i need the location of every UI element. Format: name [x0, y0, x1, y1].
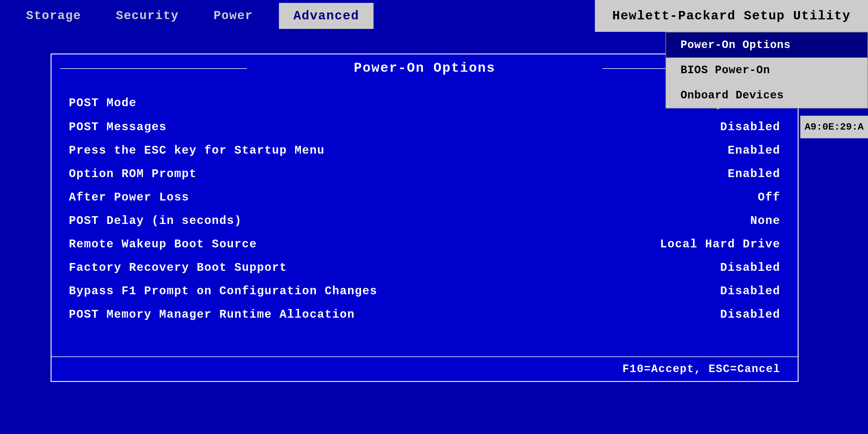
setting-value-3: Enabled [728, 167, 780, 181]
setting-label-6: Remote Wakeup Boot Source [69, 238, 257, 251]
setting-value-2: Enabled [728, 144, 780, 157]
menu-item-security[interactable]: Security [107, 3, 187, 29]
dialog-footer: F10=Accept, ESC=Cancel [52, 356, 798, 381]
setting-row-7[interactable]: Factory Recovery Boot SupportDisabled [69, 256, 780, 279]
menu-item-storage[interactable]: Storage [18, 3, 90, 29]
setting-label-4: After Power Loss [69, 191, 189, 204]
setting-row-3[interactable]: Option ROM PromptEnabled [69, 162, 780, 186]
advanced-dropdown: Power-On Options BIOS Power-On Onboard D… [665, 32, 868, 108]
setting-label-1: POST Messages [69, 121, 167, 134]
menu-item-power[interactable]: Power [205, 3, 261, 29]
setting-value-6: Local Hard Drive [660, 238, 780, 251]
setting-label-9: POST Memory Manager Runtime Allocation [69, 308, 355, 321]
setting-label-8: Bypass F1 Prompt on Configuration Change… [69, 285, 377, 298]
top-bar: Storage Security Power Advanced Hewlett-… [0, 0, 868, 32]
dropdown-item-onboard-devices[interactable]: Onboard Devices [666, 83, 867, 108]
setting-label-7: Factory Recovery Boot Support [69, 261, 287, 274]
dialog-content: POST ModeQuickBootPOST MessagesDisabledP… [52, 82, 798, 332]
utility-title-text: Hewlett-Packard Setup Utility [612, 9, 850, 23]
footer-hint: F10=Accept, ESC=Cancel [622, 363, 780, 375]
setting-row-5[interactable]: POST Delay (in seconds)None [69, 209, 780, 232]
setting-value-5: None [750, 214, 780, 227]
setting-value-4: Off [758, 191, 780, 204]
utility-title-bar: Hewlett-Packard Setup Utility [595, 0, 868, 32]
setting-row-1[interactable]: POST MessagesDisabled [69, 116, 780, 139]
setting-row-4[interactable]: After Power LossOff [69, 186, 780, 209]
setting-row-6[interactable]: Remote Wakeup Boot SourceLocal Hard Driv… [69, 232, 780, 256]
menu-left: Storage Security Power Advanced [0, 0, 595, 32]
active-tab-advanced[interactable]: Advanced [279, 3, 374, 29]
setting-label-3: Option ROM Prompt [69, 167, 197, 181]
setting-label-5: POST Delay (in seconds) [69, 214, 242, 227]
setting-label-2: Press the ESC key for Startup Menu [69, 144, 324, 157]
setting-row-2[interactable]: Press the ESC key for Startup MenuEnable… [69, 139, 780, 162]
setting-value-8: Disabled [720, 285, 780, 298]
dialog-title-text: Power-On Options [345, 61, 504, 76]
setting-value-1: Disabled [720, 121, 780, 134]
dropdown-item-bios-power-on[interactable]: BIOS Power-On [666, 58, 867, 83]
right-partial-info: A9:0E:29:A [800, 116, 868, 138]
setting-row-8[interactable]: Bypass F1 Prompt on Configuration Change… [69, 279, 780, 303]
setting-value-7: Disabled [720, 261, 780, 274]
setting-row-9[interactable]: POST Memory Manager Runtime AllocationDi… [69, 303, 780, 327]
setting-value-9: Disabled [720, 308, 780, 321]
setting-label-0: POST Mode [69, 97, 136, 110]
dropdown-item-power-on-options[interactable]: Power-On Options [666, 32, 867, 58]
